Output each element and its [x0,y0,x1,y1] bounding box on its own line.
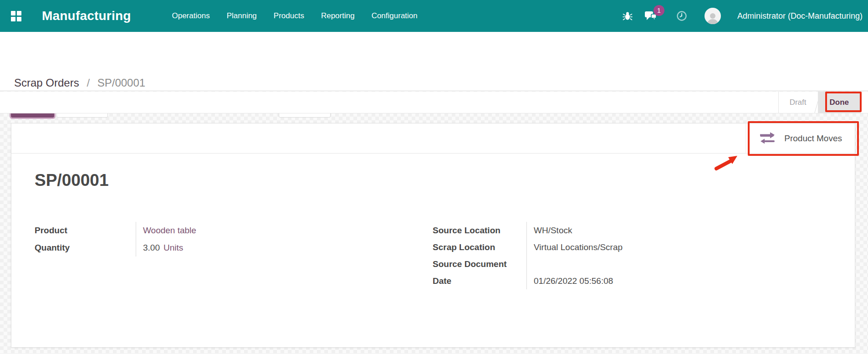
quantity-number: 3.00 [143,243,160,253]
top-navbar: Manufacturing Operations Planning Produc… [0,0,868,32]
product-link[interactable]: Wooden table [143,226,196,236]
field-label-quantity: Quantity [35,239,136,257]
field-label-source-location: Source Location [433,222,526,239]
field-label-product: Product [35,222,136,239]
field-group-right: Source Location WH/Stock Scrap Location … [433,222,651,289]
bug-icon[interactable] [623,11,633,21]
field-label-scrap-location: Scrap Location [433,239,526,256]
field-label-source-document: Source Document [433,256,526,272]
menu-reporting[interactable]: Reporting [320,9,356,23]
uom-link[interactable]: Units [163,243,183,253]
menu-planning[interactable]: Planning [226,9,258,23]
field-value-product: Wooden table [136,222,290,239]
field-label-date: Date [433,272,526,289]
product-moves-button[interactable]: Product Moves [745,123,855,153]
stage-done[interactable]: Done [818,92,861,113]
breadcrumb-scrap-orders[interactable]: Scrap Orders [14,77,79,89]
breadcrumb: Scrap Orders / SP/00001 [14,77,145,89]
breadcrumb-current: SP/00001 [97,77,145,89]
apps-grid-icon[interactable] [11,11,21,21]
menu-configuration[interactable]: Configuration [371,9,419,23]
button-box: Product Moves [11,123,855,154]
product-moves-label: Product Moves [784,133,842,144]
breadcrumb-separator: / [87,77,90,89]
field-group-left: Product Wooden table Quantity 3.00 Units [35,222,290,257]
field-value-scrap-location: Virtual Locations/Scrap [526,239,651,256]
main-menu: Operations Planning Products Reporting C… [171,9,418,23]
field-value-source-location: WH/Stock [526,222,651,239]
record-title: SP/00001 [35,171,109,190]
exchange-icon [759,132,776,145]
clock-icon[interactable] [676,10,687,21]
app-brand[interactable]: Manufacturing [42,9,131,23]
avatar[interactable] [705,8,721,24]
field-value-date: 01/26/2022 05:56:08 [526,272,651,289]
systray: 1 Administrator (Doc-Manufacturing) [623,8,863,24]
field-value-quantity: 3.00 Units [136,239,290,257]
field-value-source-document [526,256,651,272]
chat-icon[interactable]: 1 [644,10,657,21]
message-count-badge: 1 [654,5,664,16]
menu-operations[interactable]: Operations [171,9,210,23]
menu-products[interactable]: Products [273,9,305,23]
statusbar: Draft Done [0,92,868,113]
stage-draft[interactable]: Draft [779,92,817,113]
form-sheet: Product Moves SP/00001 Product Wooden ta… [11,123,855,348]
user-menu[interactable]: Administrator (Doc-Manufacturing) [737,11,863,21]
control-panel: Scrap Orders / SP/00001 Edit + Create ⚙ … [0,32,868,91]
